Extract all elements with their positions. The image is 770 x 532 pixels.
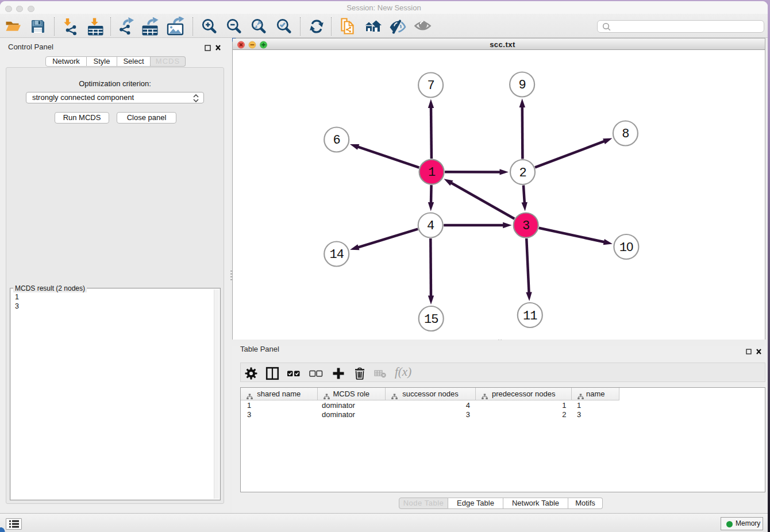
svg-text:9: 9 xyxy=(518,78,525,92)
svg-text:10: 10 xyxy=(619,240,633,255)
svg-text:11: 11 xyxy=(523,309,537,323)
svg-text:3: 3 xyxy=(522,219,529,233)
svg-text:7: 7 xyxy=(427,79,434,93)
svg-text:6: 6 xyxy=(333,133,340,148)
svg-text:15: 15 xyxy=(424,313,438,327)
svg-text:1: 1 xyxy=(428,165,436,180)
svg-text:2: 2 xyxy=(519,166,526,180)
svg-text:8: 8 xyxy=(622,127,629,141)
svg-text:4: 4 xyxy=(427,219,434,233)
svg-text:14: 14 xyxy=(329,248,344,262)
